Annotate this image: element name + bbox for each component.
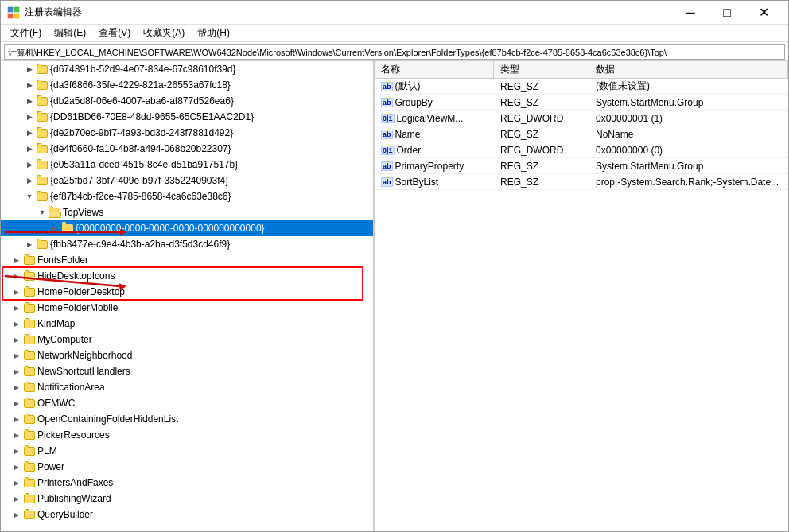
tree-expander-icon[interactable]: ▶ [49,220,61,236]
tree-item-label: {00000000-0000-0000-0000-000000000000} [76,223,265,234]
tree-item[interactable]: ▶FontsFolder [1,252,373,268]
right-panel: 名称 类型 数据 ab(默认)REG_SZ(数值未设置)abGroupByREG… [375,61,788,531]
tree-item[interactable]: ▶{de4f0660-fa10-4b8f-a494-068b20b22307} [1,141,373,157]
tree-expander-icon[interactable]: ▶ [23,93,36,109]
tree-expander-icon[interactable]: ▶ [10,507,23,522]
tree-expander-icon[interactable]: ▶ [10,316,23,332]
tree-panel[interactable]: ▶{d674391b-52d9-4e07-834e-67c98610f39d}▶… [1,61,375,531]
tree-item[interactable]: ▶{fbb3477e-c9e4-4b3b-a2ba-d3f5d3cd46f9} [1,236,373,252]
tree-expander-icon[interactable]: ▶ [10,268,23,284]
table-row[interactable]: abNameREG_SZNoName [375,126,788,142]
reg-value-icon: ab [381,98,393,107]
tree-item[interactable]: ▶NewShortcutHandlers [1,363,373,379]
reg-value-icon: 0|1 [381,114,394,123]
main-content: ▶{d674391b-52d9-4e07-834e-67c98610f39d}▶… [1,61,788,531]
tree-item[interactable]: ▶{da3f6866-35fe-4229-821a-26553a67fc18} [1,77,373,93]
table-row[interactable]: abGroupByREG_SZSystem.StartMenu.Group [375,95,788,111]
table-cell-data: prop:-System.Search.Rank;-System.Date... [589,176,788,188]
tree-expander-icon[interactable]: ▶ [10,411,23,427]
tree-item[interactable]: ▶{d674391b-52d9-4e07-834e-67c98610f39d} [1,61,373,77]
col-header-name[interactable]: 名称 [375,61,494,78]
table-row[interactable]: ab(默认)REG_SZ(数值未设置) [375,79,788,95]
tree-item[interactable]: ▼{ef87b4cb-f2ce-4785-8658-4ca6c63e38c6} [1,188,373,204]
tree-expander-icon[interactable]: ▶ [23,173,36,188]
tree-item-label: {e053a11a-dced-4515-8c4e-d51ba917517b} [50,159,238,170]
folder-icon [49,206,61,219]
tree-expander-icon[interactable]: ▼ [23,188,36,204]
tree-expander-icon[interactable]: ▶ [10,284,23,300]
menu-file[interactable]: 文件(F) [4,25,48,41]
tree-item[interactable]: ▶PublishingWizard [1,491,373,507]
tree-expander-icon[interactable]: ▶ [23,157,36,173]
tree-expander-icon[interactable]: ▶ [10,395,23,411]
tree-item[interactable]: ▶KindMap [1,316,373,332]
tree-item[interactable]: ▶HomeFolderDesktop [1,284,373,300]
tree-expander-icon[interactable]: ▶ [23,61,36,77]
table-cell-data: System.StartMenu.Group [589,160,788,173]
tree-expander-icon[interactable]: ▶ [10,348,23,363]
tree-item[interactable]: ▶QueryBuilder [1,507,373,522]
tree-item[interactable]: ▶Power [1,459,373,475]
tree-item[interactable]: ▶HideDesktopIcons [1,268,373,284]
tree-expander-icon[interactable]: ▶ [23,125,36,141]
reg-value-icon: ab [381,177,393,187]
tree-expander-icon[interactable]: ▶ [10,491,23,507]
tree-item[interactable]: ▶NetworkNeighborhood [1,348,373,363]
folder-icon [23,476,36,489]
tree-item-label: OEMWC [37,398,75,409]
menu-edit[interactable]: 编辑(E) [48,25,92,41]
app-icon [7,6,20,19]
folder-icon [23,349,36,362]
tree-expander-icon[interactable]: ▼ [36,204,49,220]
tree-item[interactable]: ▼TopViews [1,204,373,220]
table-row[interactable]: 0|1OrderREG_DWORD0x00000000 (0) [375,142,788,158]
tree-item[interactable]: ▶{DD61BD66-70E8-48dd-9655-65C5E1AAC2D1} [1,109,373,125]
tree-expander-icon[interactable]: ▶ [10,443,23,459]
menu-help[interactable]: 帮助(H) [191,25,236,41]
folder-icon [23,492,36,505]
folder-icon [23,270,36,282]
tree-expander-icon[interactable]: ▶ [10,379,23,395]
tree-expander-icon[interactable]: ▶ [10,363,23,379]
table-cell-type: REG_SZ [494,176,589,188]
tree-expander-icon[interactable]: ▶ [23,77,36,93]
tree-item[interactable]: ▶{db2a5d8f-06e6-4007-aba6-af877d526ea6} [1,93,373,109]
tree-item[interactable]: ▶{ea25fbd7-3bf7-409e-b97f-3352240903f4} [1,173,373,188]
tree-item[interactable]: ▶{00000000-0000-0000-0000-000000000000} [1,220,373,236]
menu-favorites[interactable]: 收藏夹(A) [137,25,191,41]
close-button[interactable]: ✕ [745,1,782,25]
tree-item[interactable]: ▶{e053a11a-dced-4515-8c4e-d51ba917517b} [1,157,373,173]
tree-item[interactable]: ▶NotificationArea [1,379,373,395]
tree-expander-icon[interactable]: ▶ [10,427,23,443]
tree-expander-icon[interactable]: ▶ [10,332,23,348]
svg-rect-2 [8,14,13,18]
col-header-data[interactable]: 数据 [589,61,788,78]
address-path[interactable]: 计算机\HKEY_LOCAL_MACHINE\SOFTWARE\WOW6432N… [4,44,785,60]
tree-expander-icon[interactable]: ▶ [23,236,36,252]
tree-item[interactable]: ▶MyComputer [1,332,373,348]
folder-icon [36,126,49,139]
tree-item[interactable]: ▶PrintersAndFaxes [1,475,373,491]
table-row[interactable]: 0|1LogicalViewM...REG_DWORD0x00000001 (1… [375,111,788,126]
table-cell-type: REG_DWORD [494,112,589,125]
tree-item[interactable]: ▶PickerResources [1,427,373,443]
tree-expander-icon[interactable]: ▶ [23,109,36,125]
tree-expander-icon[interactable]: ▶ [10,252,23,268]
tree-item[interactable]: ▶{de2b70ec-9bf7-4a93-bd3d-243f7881d492} [1,125,373,141]
table-row[interactable]: abPrimaryPropertyREG_SZSystem.StartMenu.… [375,158,788,174]
menu-view[interactable]: 查看(V) [92,25,137,41]
maximize-button[interactable]: □ [709,1,745,25]
tree-item[interactable]: ▶OpenContainingFolderHiddenList [1,411,373,427]
tree-expander-icon[interactable]: ▶ [23,141,36,157]
tree-expander-icon[interactable]: ▶ [10,459,23,475]
tree-item[interactable]: ▶OEMWC [1,395,373,411]
tree-item[interactable]: ▶HomeFolderMobile [1,300,373,316]
tree-expander-icon[interactable]: ▶ [10,475,23,491]
table-row[interactable]: abSortByListREG_SZprop:-System.Search.Ra… [375,174,788,190]
tree-expander-icon[interactable]: ▶ [10,300,23,316]
tree-item[interactable]: ▶PLM [1,443,373,459]
tree-item-label: TopViews [63,207,103,218]
table-cell-data: NoName [589,128,788,141]
col-header-type[interactable]: 类型 [494,61,589,78]
minimize-button[interactable]: ─ [672,1,709,25]
